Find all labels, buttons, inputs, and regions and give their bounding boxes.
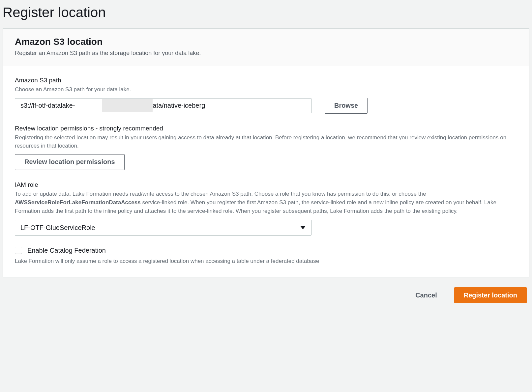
footer-actions: Cancel Register location (3, 277, 529, 313)
iam-help-pre: To add or update data, Lake Formation ne… (15, 191, 426, 197)
browse-button[interactable]: Browse (325, 98, 368, 114)
federation-hint: Lake Formation will only assume a role t… (15, 257, 517, 266)
panel-subtitle: Register an Amazon S3 path as the storag… (15, 50, 517, 57)
panel-header: Amazon S3 location Register an Amazon S3… (3, 29, 529, 66)
enable-federation-checkbox[interactable] (15, 247, 22, 254)
page-title: Register location (3, 0, 529, 28)
register-location-button[interactable]: Register location (454, 287, 527, 303)
panel-title: Amazon S3 location (15, 37, 517, 47)
s3-path-input[interactable] (15, 98, 311, 113)
federation-group: Enable Catalog Federation Lake Formation… (15, 247, 517, 266)
iam-help-bold: AWSServiceRoleForLakeFormationDataAccess (15, 199, 141, 206)
iam-role-help: To add or update data, Lake Formation ne… (15, 190, 517, 216)
review-permissions-group: Review location permissions - strongly r… (15, 125, 517, 170)
cancel-button[interactable]: Cancel (406, 287, 446, 303)
iam-role-select[interactable]: LF-OTF-GlueServiceRole (15, 220, 311, 236)
review-label: Review location permissions - strongly r… (15, 125, 517, 132)
s3-location-panel: Amazon S3 location Register an Amazon S3… (3, 28, 529, 277)
enable-federation-label: Enable Catalog Federation (27, 247, 106, 254)
s3-path-group: Amazon S3 path Choose an Amazon S3 path … (15, 77, 517, 114)
iam-role-label: IAM role (15, 181, 517, 188)
s3-path-label: Amazon S3 path (15, 77, 517, 84)
review-permissions-button[interactable]: Review location permissions (15, 154, 125, 170)
review-hint: Registering the selected location may re… (15, 133, 517, 150)
s3-path-hint: Choose an Amazon S3 path for your data l… (15, 85, 517, 94)
iam-role-group: IAM role To add or update data, Lake For… (15, 181, 517, 236)
